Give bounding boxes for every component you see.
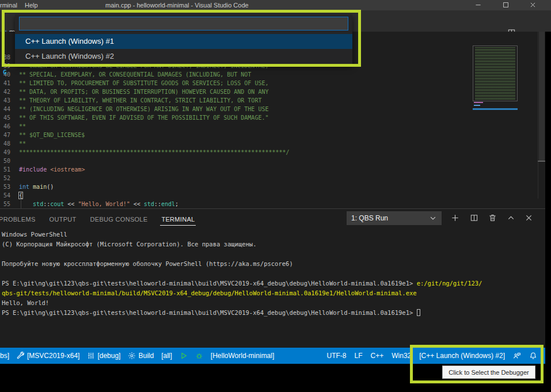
line-number: 55 bbox=[0, 200, 10, 208]
bottom-panel: PROBLEMSOUTPUTDEBUG CONSOLETERMINAL 1: Q… bbox=[0, 208, 545, 348]
quickpick-input[interactable] bbox=[19, 17, 348, 31]
terminal-line: Попробуйте новую кроссплатформенную обол… bbox=[2, 259, 545, 269]
terminal-selector[interactable]: 1: QBS Run bbox=[347, 211, 442, 225]
status-bar: bs][MSVC2019-x64][debug]Build[all][Hello… bbox=[0, 348, 545, 364]
tools-icon bbox=[17, 352, 25, 360]
editor-scrollbar[interactable] bbox=[539, 32, 545, 162]
feedback-icon bbox=[513, 352, 521, 360]
status-item-label: [MSVC2019-x64] bbox=[27, 352, 79, 360]
status-item-build-products[interactable]: [all] bbox=[161, 352, 172, 360]
line-number: 38 bbox=[0, 53, 10, 62]
code-line: 47** $QT_END_LICENSE$ bbox=[0, 131, 545, 139]
gear-icon bbox=[128, 352, 136, 360]
quickpick-item[interactable]: C++ Launch (Windows) #1 bbox=[15, 34, 352, 49]
code-line: 41** LIMITED TO, PROCUREMENT OF SUBSTITU… bbox=[0, 79, 545, 87]
titlebar: rminal Help main.cpp - helloworld-minima… bbox=[0, 0, 551, 10]
quickpick-item-label: C++ Launch (Windows) #2 bbox=[25, 52, 114, 60]
minimap[interactable] bbox=[473, 45, 518, 101]
tooltip-text: Click to Select the Debugger bbox=[449, 369, 529, 376]
status-item-qbs-profile-fragment[interactable]: bs] bbox=[0, 352, 9, 360]
chevron-down-icon bbox=[429, 214, 437, 222]
minimap-main-line bbox=[474, 105, 480, 106]
minimap-include-line bbox=[474, 102, 483, 103]
line-number: 46 bbox=[0, 122, 10, 131]
panel-tab-output[interactable]: OUTPUT bbox=[48, 214, 78, 225]
status-item-encoding[interactable]: UTF-8 bbox=[327, 352, 347, 360]
line-number: 44 bbox=[0, 105, 10, 113]
status-item-feedback[interactable] bbox=[513, 352, 521, 360]
status-item-notifications[interactable] bbox=[529, 352, 537, 360]
status-item-eol[interactable]: LF bbox=[355, 352, 363, 360]
status-item-label: Win32 bbox=[392, 352, 411, 360]
terminal-line: PS E:\git\ng\git\123\qbs-git\tests\hello… bbox=[2, 279, 545, 288]
terminal-line: Windows PowerShell bbox=[2, 230, 545, 239]
menu-help[interactable]: Help bbox=[25, 1, 38, 9]
quickpick-list: C++ Launch (Windows) #1C++ Launch (Windo… bbox=[15, 34, 352, 64]
maximize-icon[interactable] bbox=[497, 1, 514, 10]
play-icon bbox=[180, 352, 188, 360]
menu-terminal-fragment[interactable]: rminal bbox=[0, 1, 17, 9]
status-item-debug[interactable] bbox=[195, 352, 203, 360]
status-bar-left: bs][MSVC2019-x64][debug]Build[all][Hello… bbox=[0, 352, 327, 360]
terminal-output[interactable]: Windows PowerShell(C) Корпорация Майкрос… bbox=[2, 230, 545, 318]
line-number: 51 bbox=[0, 165, 10, 174]
code-line: 53int main() bbox=[0, 182, 545, 191]
panel-tab-problems[interactable]: PROBLEMS bbox=[0, 214, 37, 225]
quickpick-item[interactable]: C++ Launch (Windows) #2 bbox=[15, 49, 352, 64]
minimap-current-line bbox=[473, 108, 518, 110]
line-number: 43 bbox=[0, 96, 10, 105]
panel-tab-terminal[interactable]: TERMINAL bbox=[160, 214, 196, 226]
line-number: 50 bbox=[0, 157, 10, 165]
status-item-label: [debug] bbox=[97, 352, 120, 360]
status-item-run-product[interactable]: [HelloWorld-minimal] bbox=[211, 352, 274, 360]
status-item-build[interactable]: Build bbox=[128, 352, 154, 360]
line-number: 52 bbox=[0, 174, 10, 182]
terminal-line: (C) Корпорация Майкрософт (Microsoft Cor… bbox=[2, 239, 545, 249]
terminal-selector-label: 1: QBS Run bbox=[351, 214, 429, 222]
status-item-label: UTF-8 bbox=[327, 352, 347, 360]
quickpick: C++ Launch (Windows) #1C++ Launch (Windo… bbox=[15, 14, 352, 64]
code-line: 44** (INCLUDING NEGLIGENCE OR OTHERWISE)… bbox=[0, 105, 545, 113]
close-panel-icon[interactable] bbox=[525, 214, 534, 223]
minimize-icon[interactable] bbox=[469, 1, 487, 10]
scrollbar-divider bbox=[538, 32, 538, 199]
code-text: ****************************************… bbox=[19, 148, 290, 157]
line-number: 54 bbox=[0, 191, 10, 200]
terminal-cursor bbox=[417, 309, 420, 316]
close-window-icon[interactable] bbox=[524, 1, 541, 10]
code-text: { bbox=[19, 191, 22, 200]
panel-tab-debug-console[interactable]: DEBUG CONSOLE bbox=[89, 214, 149, 225]
status-item-label: C++ bbox=[371, 352, 384, 360]
maximize-panel-icon[interactable] bbox=[507, 214, 516, 223]
code-line: 51#include <iostream> bbox=[0, 165, 545, 174]
code-text: ** (INCLUDING NEGLIGENCE OR OTHERWISE) A… bbox=[19, 105, 268, 113]
line-number: 45 bbox=[0, 113, 10, 122]
status-item-language[interactable]: C++ bbox=[371, 352, 384, 360]
code-text: std::cout << "Hello, World!" << std::end… bbox=[19, 200, 178, 208]
vscode-window: rminal Help main.cpp - helloworld-minima… bbox=[0, 0, 551, 392]
status-item-debugger[interactable]: [C++ Launch (Windows) #2] bbox=[419, 352, 505, 360]
status-item-build-variant[interactable]: [debug] bbox=[87, 352, 120, 360]
window-title: main.cpp - helloworld-minimal - Visual S… bbox=[105, 1, 249, 9]
gutter-fragment: G bbox=[3, 68, 7, 76]
code-line: 48** bbox=[0, 139, 545, 148]
split-terminal-icon[interactable] bbox=[470, 214, 479, 223]
status-item-run[interactable] bbox=[180, 352, 188, 360]
code-line: 49**************************************… bbox=[0, 148, 545, 157]
kill-terminal-icon[interactable] bbox=[488, 214, 497, 223]
code-line: 52 bbox=[0, 174, 545, 182]
status-item-platform[interactable]: Win32 bbox=[392, 352, 411, 360]
code-line: 55 std::cout << "Hello, World!" << std::… bbox=[0, 200, 545, 208]
code-text: ** SPECIAL, EXEMPLARY, OR CONSEQUENTIAL … bbox=[19, 70, 251, 79]
terminal-line: qbs-git/tests/helloworld-minimal/build/M… bbox=[2, 288, 545, 298]
status-item-label: [C++ Launch (Windows) #2] bbox=[419, 352, 505, 360]
new-terminal-icon[interactable] bbox=[451, 214, 460, 223]
terminal-line: Hello, World! bbox=[2, 298, 545, 308]
line-number: 41 bbox=[0, 79, 10, 87]
desktop-gap-right bbox=[545, 32, 551, 392]
code-text: ** THEORY OF LIABILITY, WHETHER IN CONTR… bbox=[19, 96, 261, 105]
status-item-kit[interactable]: [MSVC2019-x64] bbox=[17, 352, 79, 360]
status-item-label: LF bbox=[355, 352, 363, 360]
scrollbar-tick bbox=[538, 161, 545, 162]
code-text: ** bbox=[19, 122, 26, 131]
